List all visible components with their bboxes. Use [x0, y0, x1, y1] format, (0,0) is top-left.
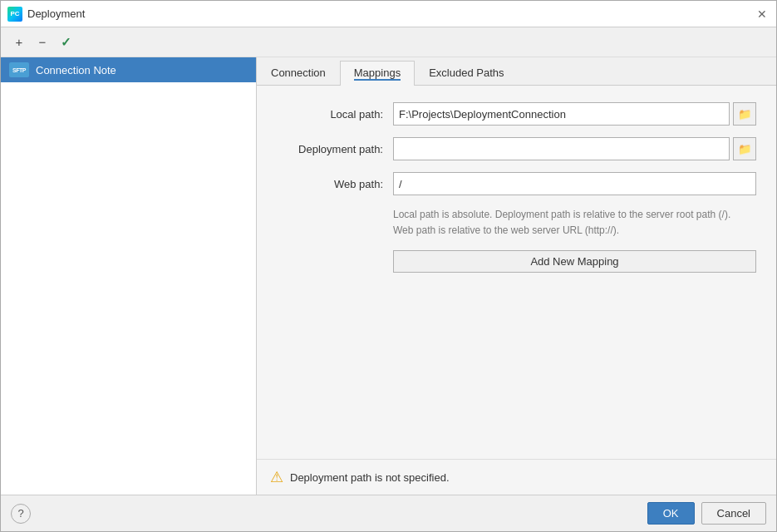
- tab-mappings[interactable]: Mappings: [340, 61, 415, 86]
- ok-button[interactable]: OK: [647, 502, 695, 525]
- sftp-icon: [9, 62, 29, 77]
- deployment-path-row: Deployment path: 📁: [277, 137, 756, 160]
- hint-line-1: Local path is absolute. Deployment path …: [393, 207, 756, 223]
- local-path-label: Local path:: [277, 108, 393, 121]
- deployment-path-label: Deployment path:: [277, 143, 393, 155]
- sidebar-item-label: Connection Note: [36, 64, 116, 76]
- local-path-input[interactable]: [393, 102, 730, 126]
- toolbar: + − ✓: [1, 27, 776, 57]
- folder-icon: 📁: [738, 108, 752, 121]
- web-path-input-wrap: [393, 172, 756, 195]
- form-area: Local path: 📁 Deployment path: 📁: [257, 86, 776, 459]
- web-path-label: Web path:: [277, 178, 393, 190]
- local-path-input-wrap: 📁: [393, 102, 756, 126]
- main-panel: Connection Mappings Excluded Paths Local…: [257, 57, 776, 495]
- add-new-mapping-button[interactable]: Add New Mapping: [393, 250, 756, 273]
- sidebar: Connection Note: [1, 57, 257, 495]
- content-area: Connection Note Connection Mappings Excl…: [1, 57, 776, 495]
- web-path-input[interactable]: [393, 172, 756, 195]
- hint-text: Local path is absolute. Deployment path …: [393, 207, 756, 239]
- title-left: PC Deployment: [7, 7, 85, 22]
- tabs: Connection Mappings Excluded Paths: [257, 57, 776, 86]
- deployment-path-input[interactable]: [393, 137, 730, 160]
- help-button[interactable]: ?: [11, 504, 31, 524]
- warning-icon: ⚠: [270, 468, 283, 486]
- bottom-bar: ? OK Cancel: [1, 495, 776, 531]
- remove-button[interactable]: −: [32, 32, 52, 52]
- close-button[interactable]: ✕: [755, 7, 770, 22]
- sidebar-item-connection-note[interactable]: Connection Note: [1, 57, 256, 82]
- tab-active-indicator: [354, 79, 401, 81]
- local-path-browse-button[interactable]: 📁: [733, 102, 756, 126]
- bottom-actions: OK Cancel: [647, 502, 766, 525]
- tab-excluded-paths[interactable]: Excluded Paths: [415, 61, 518, 86]
- local-path-row: Local path: 📁: [277, 102, 756, 126]
- folder-icon-2: 📁: [738, 143, 752, 155]
- dialog-title: Deployment: [27, 7, 85, 20]
- apply-button[interactable]: ✓: [56, 32, 76, 52]
- deployment-path-browse-button[interactable]: 📁: [733, 137, 756, 160]
- deployment-path-input-wrap: 📁: [393, 137, 756, 160]
- title-bar: PC Deployment ✕: [1, 1, 776, 27]
- warning-text: Deployment path is not specified.: [290, 471, 450, 484]
- cancel-button[interactable]: Cancel: [701, 502, 766, 525]
- web-path-row: Web path:: [277, 172, 756, 195]
- hint-line-2: Web path is relative to the web server U…: [393, 223, 756, 239]
- tab-connection[interactable]: Connection: [257, 61, 340, 86]
- deployment-dialog: PC Deployment ✕ + − ✓ Connection Note Co…: [0, 0, 777, 532]
- warning-bar: ⚠ Deployment path is not specified.: [257, 459, 776, 495]
- app-icon: PC: [7, 7, 22, 22]
- add-button[interactable]: +: [9, 32, 29, 52]
